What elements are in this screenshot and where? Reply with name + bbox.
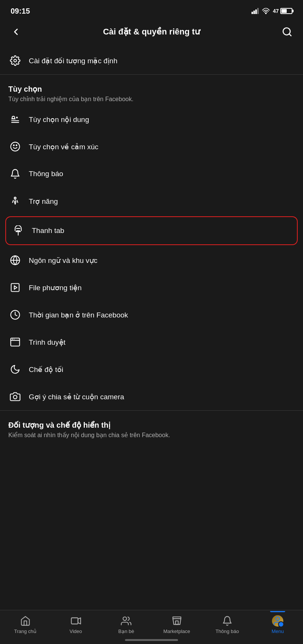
- menu-item-thoi-gian[interactable]: Thời gian bạn ở trên Facebook: [0, 301, 303, 328]
- svg-point-30: [12, 339, 13, 340]
- browser-icon: [8, 335, 22, 349]
- menu-item-che-do-toi[interactable]: Chế độ tối: [0, 356, 303, 383]
- bell-icon: [8, 167, 22, 181]
- menu-item-thong-bao[interactable]: Thông báo: [0, 160, 303, 188]
- svg-point-17: [16, 145, 17, 146]
- nav-item-friends[interactable]: Bạn bè: [101, 615, 152, 634]
- nav-notifications-label: Thông báo: [216, 628, 239, 634]
- menu-item-file-label: File phương tiện: [29, 283, 82, 292]
- menu-item-noi-dung-label: Tùy chọn nội dung: [29, 115, 89, 124]
- content-area: Cài đặt đối tượng mặc định Tùy chọn Tùy …: [0, 47, 303, 480]
- svg-rect-33: [71, 617, 78, 624]
- status-time: 09:15: [11, 7, 30, 16]
- svg-point-32: [13, 395, 17, 399]
- svg-point-7: [14, 59, 17, 62]
- menu-item-thoi-gian-label: Thời gian bạn ở trên Facebook: [29, 311, 128, 319]
- menu-item-cam-xuc[interactable]: Tùy chọn về cảm xúc: [0, 133, 303, 160]
- moon-icon: [8, 363, 22, 376]
- nav-friends-label: Bạn bè: [118, 628, 134, 634]
- back-icon: [11, 27, 21, 37]
- svg-marker-25: [14, 286, 17, 289]
- media-icon: [8, 281, 22, 294]
- friends-icon: [120, 615, 132, 627]
- svg-point-19: [14, 197, 16, 199]
- battery-icon: 47: [273, 8, 292, 14]
- svg-point-9: [17, 117, 17, 118]
- menu-item-thong-bao-label: Thông báo: [29, 170, 63, 178]
- menu-item-file[interactable]: File phương tiện: [0, 274, 303, 301]
- menu-item-goi-y-label: Gợi ý chia sẻ từ cuộn camera: [29, 392, 124, 401]
- svg-rect-0: [251, 12, 253, 14]
- menu-item-ngon-ngu[interactable]: Ngôn ngữ và khu vực: [0, 247, 303, 274]
- nav-item-marketplace[interactable]: Marketplace: [152, 615, 202, 634]
- menu-item-tro-nang[interactable]: Trợ năng: [0, 188, 303, 215]
- svg-point-4: [266, 13, 267, 14]
- clock-icon: [8, 308, 22, 322]
- notification-icon: [222, 615, 233, 627]
- svg-marker-34: [78, 617, 81, 624]
- menu-item-cam-xuc-label: Tùy chọn về cảm xúc: [29, 142, 98, 151]
- status-bar: 09:15 47: [0, 0, 303, 20]
- menu-item-thanh-tab-label: Thanh tab: [32, 227, 64, 235]
- section-tuy-chon-subtitle: Tùy chỉnh trải nghiệm của bạn trên Faceb…: [8, 95, 295, 103]
- menu-item-trinh-duyet-label: Trình duyệt: [29, 338, 66, 347]
- svg-rect-27: [11, 338, 19, 346]
- svg-rect-3: [257, 8, 259, 14]
- section-doi-tuong-subtitle: Kiểm soát ai nhìn thấy nội dung bạn chia…: [8, 431, 295, 439]
- menu-item-thanh-tab[interactable]: Thanh tab: [5, 216, 298, 245]
- nav-home-label: Trang chủ: [14, 628, 36, 634]
- svg-point-16: [13, 145, 14, 146]
- menu-item-che-do-toi-label: Chế độ tối: [29, 365, 63, 374]
- active-indicator: [270, 611, 285, 612]
- nav-menu-label: Menu: [272, 628, 284, 634]
- svg-point-31: [14, 339, 14, 340]
- marketplace-icon: [171, 615, 183, 627]
- search-button[interactable]: [279, 23, 295, 40]
- menu-item-noi-dung[interactable]: Tùy chọn nội dung: [0, 106, 303, 133]
- svg-rect-36: [175, 621, 178, 624]
- battery-level: 47: [273, 8, 279, 14]
- camera-icon: [8, 390, 22, 403]
- section-tuy-chon-title: Tùy chọn: [8, 84, 295, 94]
- status-icons: 47: [251, 8, 292, 14]
- svg-rect-24: [11, 284, 19, 292]
- search-icon: [282, 27, 292, 37]
- svg-line-6: [289, 34, 291, 36]
- signal-icon: [251, 8, 259, 14]
- menu-item-trinh-duyet[interactable]: Trình duyệt: [0, 328, 303, 356]
- menu-item-tro-nang-label: Trợ năng: [29, 197, 58, 206]
- page-title: Cài đặt & quyền riêng tư: [24, 27, 279, 37]
- nav-video-label: Video: [69, 628, 82, 634]
- video-icon: [70, 615, 81, 627]
- svg-rect-2: [255, 9, 257, 14]
- wifi-icon: [262, 8, 270, 14]
- page-header: Cài đặt & quyền riêng tư: [0, 20, 303, 47]
- battery-fill: [281, 9, 287, 13]
- home-indicator: [125, 639, 178, 641]
- svg-point-13: [11, 142, 19, 151]
- content-options-icon: [8, 113, 22, 126]
- default-settings-label: Cài đặt đối tượng mặc định: [29, 56, 117, 65]
- back-button[interactable]: [8, 23, 24, 40]
- svg-point-35: [123, 617, 127, 620]
- globe-icon: [8, 253, 22, 267]
- svg-point-37: [276, 617, 280, 620]
- emoji-icon: [8, 140, 22, 153]
- nav-item-video[interactable]: Video: [50, 615, 101, 634]
- default-settings-item[interactable]: Cài đặt đối tượng mặc định: [0, 47, 303, 74]
- home-icon: [20, 615, 31, 627]
- section-tuy-chon: Tùy chọn Tùy chỉnh trải nghiệm của bạn t…: [0, 75, 303, 106]
- gear-icon: [8, 54, 22, 67]
- pin-icon: [11, 224, 25, 238]
- section-doi-tuong: Đối tượng và chế độ hiển thị Kiểm soát a…: [0, 411, 303, 442]
- menu-item-goi-y[interactable]: Gợi ý chia sẻ từ cuộn camera: [0, 383, 303, 410]
- battery-box: [280, 8, 292, 14]
- svg-rect-1: [253, 11, 255, 14]
- nav-item-menu[interactable]: Menu: [253, 615, 303, 634]
- menu-item-ngon-ngu-label: Ngôn ngữ và khu vực: [29, 256, 97, 265]
- nav-item-notifications[interactable]: Thông báo: [202, 615, 252, 634]
- nav-item-home[interactable]: Trang chủ: [0, 615, 50, 634]
- accessibility-icon: [8, 194, 22, 208]
- section-doi-tuong-title: Đối tượng và chế độ hiển thị: [8, 420, 295, 430]
- nav-marketplace-label: Marketplace: [163, 628, 190, 634]
